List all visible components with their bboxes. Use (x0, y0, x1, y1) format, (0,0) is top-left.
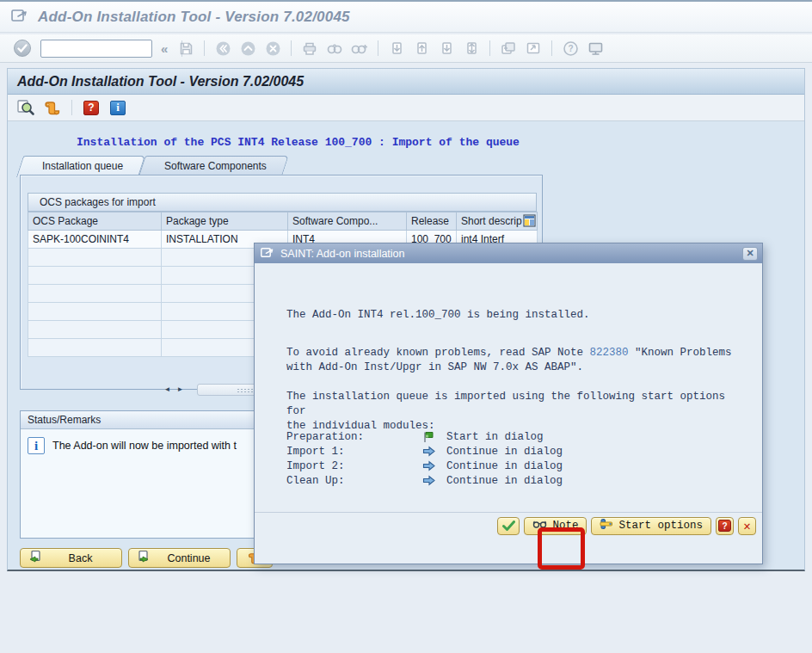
import-logs-scroll-icon[interactable] (42, 97, 63, 118)
column-header-software-component[interactable]: Software Compo... (288, 213, 407, 231)
saint-dialog: SAINT: Add-on installation ✕ The Add-On … (254, 243, 763, 564)
column-header-short-description[interactable]: Short descrip (457, 213, 538, 231)
start-option-row: Clean Up: Continue in dialog (286, 473, 563, 488)
dialog-help-button[interactable]: ? (716, 517, 734, 535)
toolbar-separator (551, 40, 552, 56)
toolbar-separator (489, 40, 490, 56)
dialog-line-2: To avoid already known problems, read SA… (286, 346, 751, 375)
column-header-ocs-package[interactable]: OCS Package (28, 213, 162, 231)
glasses-icon (532, 520, 547, 532)
dialog-title: SAINT: Add-on installation (280, 248, 736, 260)
previous-page-icon[interactable] (412, 39, 431, 58)
confirm-button[interactable] (497, 517, 520, 535)
dialog-buttonbar: Note Start options ? ✕ (255, 512, 762, 539)
command-field[interactable]: ▼ (40, 40, 152, 58)
phase-instruction-text: Installation of the PCS INT4 Release 100… (77, 136, 520, 149)
status-info-icon: i (28, 437, 45, 454)
window-title: Add-On Installation Tool - Version 7.02/… (38, 9, 350, 26)
find-next-icon[interactable] (350, 39, 369, 58)
start-options-list: Preparation: Start in dialog Import 1: C… (286, 429, 563, 488)
svg-text:?: ? (568, 44, 573, 53)
exit-icon[interactable] (238, 39, 257, 58)
column-header-release[interactable]: Release (407, 213, 457, 231)
dialog-titlebar[interactable]: SAINT: Add-on installation ✕ (255, 243, 762, 263)
table-settings-icon[interactable] (523, 214, 536, 230)
tab-installation-queue[interactable]: Installation queue (20, 156, 142, 176)
find-icon[interactable] (325, 39, 344, 58)
create-shortcut-icon[interactable] (524, 39, 543, 58)
sap-note-link[interactable]: 822380 (590, 347, 629, 359)
continue-button[interactable]: Continue (128, 548, 231, 568)
next-page-icon[interactable] (437, 39, 456, 58)
first-page-icon[interactable] (387, 39, 406, 58)
dialog-line-3: The installation queue is imported using… (286, 390, 751, 434)
sap-gui-window: Add-On Installation Tool - Version 7.02/… (0, 0, 812, 653)
dialog-body: The Add-On INT4 rel.100_700 is being ins… (255, 263, 762, 539)
back-icon[interactable] (213, 39, 232, 58)
toolbar-separator (204, 40, 205, 56)
start-options-button[interactable]: Start options (591, 517, 711, 535)
dialog-cancel-button[interactable]: ✕ (738, 517, 756, 535)
tab-software-components[interactable]: Software Components (142, 156, 286, 176)
blue-arrow-icon (422, 460, 446, 471)
standard-toolbar: ▼ « (0, 34, 812, 63)
new-session-icon[interactable] (499, 39, 518, 58)
customize-layout-icon[interactable] (586, 39, 605, 58)
back-button[interactable]: Back (20, 548, 122, 568)
cancel-icon[interactable] (263, 39, 282, 58)
status-message: The Add-on will now be imported with t (52, 437, 237, 452)
blue-arrow-icon (422, 446, 446, 457)
display-logs-icon[interactable] (15, 97, 36, 118)
blue-arrow-icon (422, 475, 446, 486)
scroll-right-icon[interactable]: ► (174, 383, 187, 396)
tabstrip: Installation queue Software Components (20, 156, 286, 176)
dialog-line-1: The Add-On INT4 rel.100_700 is being ins… (286, 308, 590, 323)
dialog-icon (261, 246, 274, 262)
scroll-left-icon[interactable]: ◄ (161, 383, 174, 396)
application-header: Add-On Installation Tool - Version 7.02/… (8, 69, 804, 95)
application-toolbar: ? i (8, 95, 804, 121)
print-icon[interactable] (300, 39, 319, 58)
info-icon[interactable]: i (108, 97, 128, 118)
application-title: Add-On Installation Tool - Version 7.02/… (17, 74, 304, 89)
continue-icon (137, 550, 151, 566)
start-option-row: Import 1: Continue in dialog (286, 444, 563, 459)
footer-buttons: Back Continue (20, 548, 273, 568)
application-help-icon[interactable]: ? (81, 97, 102, 118)
green-flag-icon (422, 431, 446, 443)
start-option-row: Preparation: Start in dialog (286, 429, 563, 444)
column-header-package-type[interactable]: Package type (162, 213, 288, 231)
table-caption: OCS packages for import (28, 193, 537, 212)
help-icon[interactable]: ? (561, 39, 580, 58)
tools-icon (600, 518, 613, 533)
toolbar-separator (71, 100, 72, 115)
back-icon (28, 550, 42, 566)
table-header-row: OCS Package Package type Software Compo.… (28, 213, 538, 231)
window-titlebar: Add-On Installation Tool - Version 7.02/… (0, 0, 812, 33)
dialog-close-icon[interactable]: ✕ (742, 247, 758, 261)
start-option-row: Import 2: Continue in dialog (286, 459, 563, 473)
save-icon[interactable] (176, 39, 195, 58)
window-icon (11, 9, 28, 26)
enter-button[interactable] (14, 40, 31, 57)
last-page-icon[interactable] (462, 39, 481, 58)
collapse-toolbar-icon[interactable]: « (158, 41, 170, 56)
toolbar-separator (378, 40, 378, 56)
toolbar-separator (291, 40, 292, 56)
note-button[interactable]: Note (524, 517, 587, 535)
